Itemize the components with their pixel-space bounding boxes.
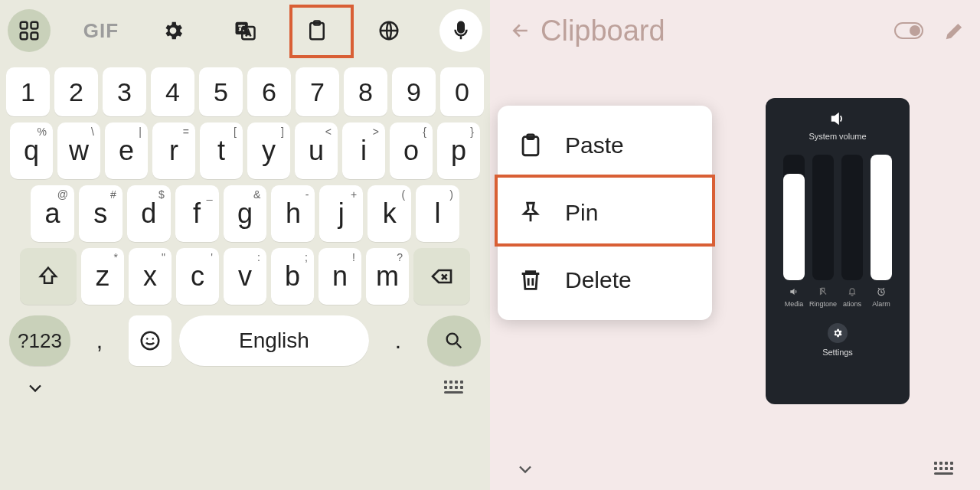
settings-button[interactable]: [152, 9, 194, 52]
key-q[interactable]: %q: [10, 122, 53, 179]
key-backspace[interactable]: [413, 248, 470, 305]
svg-rect-0: [21, 22, 28, 29]
globe-button[interactable]: [368, 9, 410, 52]
keyboard: 1 2 3 4 5 6 7 8 9 0 %q \w |e =r [t ]y <u…: [0, 61, 490, 368]
key-a[interactable]: @a: [31, 185, 74, 242]
key-o[interactable]: {o: [390, 122, 433, 179]
key-i[interactable]: >i: [342, 122, 385, 179]
trash-icon: [518, 267, 544, 293]
mic-icon: [449, 19, 472, 42]
chevron-down-icon[interactable]: [24, 377, 46, 399]
key-space[interactable]: English: [179, 315, 369, 366]
key-d[interactable]: $d: [127, 185, 171, 242]
translate-icon: [234, 19, 256, 42]
key-e[interactable]: |e: [105, 122, 148, 179]
volume-sliders: Media Ringtone ations Alarm: [783, 155, 892, 280]
clipboard-button[interactable]: [296, 9, 338, 52]
key-row-qwerty: %q \w |e =r [t ]y <u >i {o }p: [2, 119, 488, 182]
key-2[interactable]: 2: [54, 67, 98, 116]
keyboard-panel: GIF 1 2 3 4 5: [0, 0, 490, 490]
key-9[interactable]: 9: [392, 67, 436, 116]
key-3[interactable]: 3: [103, 67, 146, 116]
key-shift[interactable]: [20, 248, 77, 305]
key-comma[interactable]: ,: [78, 315, 121, 366]
key-t[interactable]: [t: [200, 122, 243, 179]
clipboard-icon: [305, 19, 328, 42]
key-1[interactable]: 1: [6, 67, 50, 116]
alarm-icon: [876, 286, 887, 297]
slider-media[interactable]: Media: [783, 155, 805, 280]
key-6[interactable]: 6: [247, 67, 291, 116]
volume-panel: System volume Media Ringtone ations Alar…: [766, 98, 910, 404]
key-f[interactable]: _f: [175, 185, 219, 242]
back-arrow-icon[interactable]: [505, 19, 536, 42]
paste-icon: [518, 132, 544, 158]
key-c[interactable]: 'c: [176, 248, 219, 305]
slider-notifications[interactable]: ations: [841, 155, 863, 280]
key-n[interactable]: !n: [318, 248, 361, 305]
key-l[interactable]: )l: [416, 185, 459, 242]
pencil-icon[interactable]: [945, 21, 965, 41]
key-emoji[interactable]: [129, 315, 172, 366]
bell-icon: [847, 286, 858, 297]
key-y[interactable]: ]y: [247, 122, 290, 179]
clipboard-header: Clipboard: [490, 0, 980, 61]
menu-pin[interactable]: Pin: [498, 179, 712, 247]
key-b[interactable]: ;b: [271, 248, 314, 305]
key-s[interactable]: #s: [79, 185, 122, 242]
key-u[interactable]: <u: [295, 122, 338, 179]
volume-icon: [829, 110, 846, 127]
gear-small-icon: [832, 328, 843, 338]
key-search[interactable]: [427, 315, 481, 366]
svg-rect-1: [31, 22, 38, 29]
key-x[interactable]: "x: [129, 248, 172, 305]
key-8[interactable]: 8: [344, 67, 387, 116]
menu-paste[interactable]: Paste: [498, 112, 712, 179]
key-period[interactable]: .: [377, 315, 420, 366]
clipboard-context-menu: Paste Pin Delete: [498, 106, 712, 320]
voice-button[interactable]: [439, 9, 482, 52]
translate-button[interactable]: [224, 9, 266, 52]
svg-point-13: [447, 334, 458, 345]
keyboard-toolbar: GIF: [0, 0, 490, 61]
slider-alarm[interactable]: Alarm: [871, 155, 892, 280]
keyboard-switch-icon[interactable]: [934, 462, 956, 477]
key-5[interactable]: 5: [199, 67, 243, 116]
slider-ringtone[interactable]: Ringtone: [812, 155, 834, 280]
key-w[interactable]: \w: [57, 122, 100, 179]
key-g[interactable]: &g: [224, 185, 267, 242]
volume-settings[interactable]: Settings: [822, 323, 853, 357]
key-k[interactable]: (k: [368, 185, 411, 242]
key-m[interactable]: ?m: [366, 248, 409, 305]
grid-icon: [18, 19, 41, 42]
backspace-icon: [430, 264, 454, 289]
apps-grid-button[interactable]: [8, 9, 51, 52]
key-j[interactable]: +j: [319, 185, 363, 242]
svg-point-10: [142, 332, 159, 350]
menu-delete[interactable]: Delete: [498, 247, 712, 314]
key-h[interactable]: -h: [271, 185, 315, 242]
globe-icon: [377, 19, 400, 42]
shift-icon: [37, 265, 60, 288]
key-mode-123[interactable]: ?123: [9, 315, 70, 366]
key-z[interactable]: *z: [81, 248, 124, 305]
key-row-asdf: @a #s $d _f &g -h +j (k )l: [2, 182, 488, 245]
keyboard-switch-icon[interactable]: [444, 381, 466, 396]
gif-button[interactable]: GIF: [80, 9, 122, 52]
key-4[interactable]: 4: [151, 67, 194, 116]
menu-delete-label: Delete: [565, 267, 632, 293]
search-icon: [443, 330, 465, 351]
key-0[interactable]: 0: [440, 67, 484, 116]
key-row-zxcv: *z "x 'c :v ;b !n ?m: [2, 245, 488, 308]
menu-paste-label: Paste: [565, 132, 624, 158]
ringtone-icon: [818, 286, 828, 297]
chevron-down-icon[interactable]: [514, 459, 536, 480]
key-7[interactable]: 7: [296, 67, 339, 116]
key-p[interactable]: }p: [437, 122, 480, 179]
key-v[interactable]: :v: [224, 248, 266, 305]
key-row-bottom: ?123 , English .: [2, 308, 488, 366]
clipboard-toggle[interactable]: [894, 22, 923, 39]
nav-bar-left: [0, 368, 490, 409]
key-r[interactable]: =r: [152, 122, 195, 179]
svg-rect-3: [31, 33, 38, 40]
